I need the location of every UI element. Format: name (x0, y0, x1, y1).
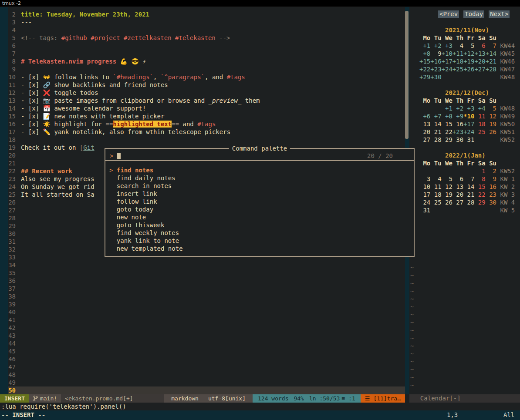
selection-marker (109, 175, 117, 181)
editor-line[interactable]: 2title: Tuesday, November 23th, 2021 (8, 10, 405, 18)
editor-line[interactable]: 6 (8, 42, 405, 50)
editor-line[interactable]: 17- [x] ✏️ yank notelink, also from wthi… (8, 128, 405, 136)
text-segment: 16 (486, 183, 496, 190)
text-segment: 12 (486, 113, 496, 120)
calendar-today-button[interactable]: Today (463, 10, 484, 18)
editor-line[interactable]: 45 (8, 347, 405, 355)
command-palette[interactable]: Command palette > 20 / 20 > find notes f… (105, 148, 415, 257)
empty-line-tilde: ~ (410, 295, 414, 303)
calendar-panel[interactable]: <Prev Today Next> 2021/11(Nov) Mo Tu We … (409, 7, 520, 394)
editor-line[interactable]: 8# Telekasten.nvim progress 💪 😎 ⚡ (8, 57, 405, 65)
palette-item-yank-link-to-note[interactable]: yank link to note (105, 237, 414, 245)
text-segment: +22+23+24+25+26+27+28 (419, 66, 496, 73)
calendar-week-row[interactable]: +1 +2 +3 4 5 6 7 KW44 (419, 42, 520, 50)
editor-line[interactable]: 12- [x] ❌ toggle todos (8, 89, 405, 97)
editor-line[interactable]: 40 (8, 308, 405, 316)
text-segment: == (172, 121, 179, 128)
palette-item-new-note[interactable]: new note (105, 213, 414, 221)
tabs-segment[interactable]: ☰ [11]tra… (361, 394, 405, 403)
line-text: It all started on Sa (21, 191, 95, 198)
calendar-week-row[interactable]: 13 14 15 16+17 18 19 KW50 (419, 120, 520, 128)
palette-item-find-daily-notes[interactable]: find daily notes (105, 174, 414, 182)
palette-item-label: goto today (117, 206, 153, 213)
line-number: 18 (8, 136, 21, 144)
palette-item-goto-today[interactable]: goto today (105, 205, 414, 213)
text-segment: KW44 (496, 42, 515, 49)
scrollbar-thumb[interactable] (405, 11, 409, 139)
editor-line[interactable]: 37 (8, 285, 405, 292)
palette-item-follow-link[interactable]: follow link (105, 198, 414, 205)
calendar-week-row[interactable]: +8 9+10+11+12+13+14 KW45 (419, 50, 520, 57)
calendar-next-button[interactable]: Next> (489, 10, 510, 18)
line-number: 12 (8, 89, 21, 97)
editor-line[interactable]: 9 (8, 65, 405, 73)
editor-line[interactable]: 13- [x] 📷 paste images from clipboard or… (8, 97, 405, 104)
text-segment: `^paragraps` (161, 74, 205, 81)
text-segment (87, 34, 91, 41)
editor-line[interactable]: 39 (8, 300, 405, 308)
text-segment: 20 21 22 (419, 128, 452, 135)
stats-segment: 124 words 94% ln :50/53 ≡ :1 (253, 394, 361, 403)
editor-line[interactable]: 35 (8, 269, 405, 277)
text-segment: 7 (486, 42, 496, 49)
calendar-prev-button[interactable]: <Prev (438, 10, 459, 18)
editor-line[interactable]: 10- [x] 👐 follow links to `#headings`, `… (8, 73, 405, 81)
editor-line[interactable]: 44 (8, 339, 405, 347)
calendar-statusline: __Calendar[-] (409, 394, 520, 403)
line-number: 34 (8, 261, 21, 269)
editor-line[interactable]: 11- [x] 🔗 show backlinks and friend note… (8, 81, 405, 89)
calendar-weekday-header: Mo Tu We Th Fr Sa Su (419, 159, 520, 167)
editor-line[interactable]: 36 (8, 277, 405, 285)
editor-line[interactable]: 38 (8, 292, 405, 300)
calendar-week-row[interactable]: 20 21 22+23+24 25 26 KW51 (419, 128, 520, 136)
text-segment: ## Recent work (21, 168, 72, 175)
text-segment: KW 5 (496, 207, 515, 214)
calendar-week-row[interactable]: +29+30 KW48 (419, 73, 520, 81)
palette-item-new-templated-note[interactable]: new templated note (105, 245, 414, 252)
calendar-week-row[interactable]: +15+16+17+18+19+20+21 KW46 (419, 57, 520, 65)
palette-prompt-row[interactable]: > 20 / 20 (105, 151, 414, 161)
editor-line[interactable]: 46 (8, 355, 405, 363)
editor-line[interactable]: 5<!-- tags: #github #project #zettelkast… (8, 34, 405, 42)
editor-line[interactable]: 7 (8, 50, 405, 57)
palette-item-search-in-notes[interactable]: search in notes (105, 182, 414, 190)
editor-line[interactable]: 18 (8, 136, 405, 144)
calendar-week-row[interactable]: 1 2 KW52 (419, 167, 520, 175)
command-line[interactable]: :lua require('telekasten').panel() (0, 403, 520, 410)
text-segment: 📝 (43, 113, 54, 120)
text-segment: KW52 (496, 168, 515, 175)
calendar-week-row[interactable]: 24 25 26 27 28 29 30 KW 4 (419, 198, 520, 206)
calendar-week-row[interactable]: +22+23+24+25+26+27+28 KW47 (419, 65, 520, 73)
text-segment: +23+24 (452, 128, 475, 135)
palette-item-goto-thisweek[interactable]: goto thisweek (105, 221, 414, 229)
palette-item-insert-link[interactable]: insert link (105, 190, 414, 198)
editor-line[interactable]: 14- [x] 📅 awesome calendar support! (8, 104, 405, 112)
editor-line[interactable]: 16- [x] ☀️ highlight for ==highlighted t… (8, 120, 405, 128)
selection-marker (109, 237, 117, 244)
editor-line[interactable]: 43 (8, 332, 405, 339)
editor-line[interactable]: 3--- (8, 18, 405, 26)
calendar-week-row[interactable]: +6 +7 +8 +9*10 11 12 KW49 (419, 112, 520, 120)
editor-line[interactable]: 4 (8, 26, 405, 34)
editor-line[interactable]: 47 (8, 363, 405, 371)
editor-line[interactable]: 34 (8, 261, 405, 269)
selection-marker (109, 182, 117, 189)
editor-line[interactable]: 15- [x] 📝 new notes with template picker (8, 112, 405, 120)
palette-item-find-weekly-notes[interactable]: find weekly notes (105, 229, 414, 237)
text-segment: them (241, 97, 260, 104)
editor-current-line[interactable]: 50 (8, 386, 405, 394)
calendar-week-row[interactable]: +1 +2 +3 +4 5 KW48 (419, 104, 520, 112)
palette-item-find-notes[interactable]: > find notes (105, 166, 414, 174)
calendar-week-row[interactable]: 3 4 5 6 7 8 9 KW 1 (419, 175, 520, 183)
text-segment: <!-- tags: (21, 34, 61, 41)
editor-line[interactable]: 49 (8, 379, 405, 386)
editor-line[interactable]: 42 (8, 324, 405, 332)
text-segment: Also see my progress (21, 175, 95, 182)
editor-line[interactable]: 48 (8, 371, 405, 379)
text-segment: #telekasten (175, 34, 216, 41)
calendar-week-row[interactable]: 31 KW 5 (419, 206, 520, 214)
calendar-week-row[interactable]: 10 11 12 13 14 15 16 KW 2 (419, 183, 520, 191)
editor-line[interactable]: 41 (8, 316, 405, 324)
calendar-week-row[interactable]: 27 28 29 30 31 KW52 (419, 136, 520, 144)
calendar-week-row[interactable]: 17 18 19 20 21 22 23 KW 3 (419, 191, 520, 198)
